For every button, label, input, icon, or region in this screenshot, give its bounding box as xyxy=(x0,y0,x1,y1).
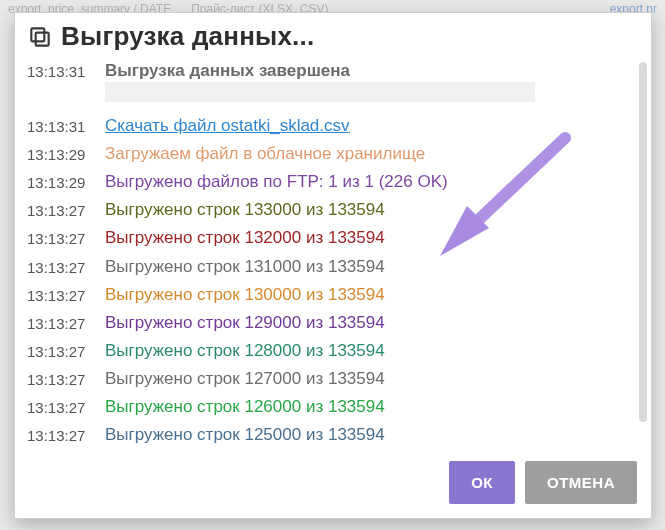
log-row: 13:13:31Скачать файл ostatki_sklad.csv xyxy=(19,112,647,140)
log-row: 13:13:27Выгружено строк 127000 из 133594 xyxy=(19,365,647,393)
log-row: 13:13:27Выгружено строк 132000 из 133594 xyxy=(19,224,647,252)
log-row: 13:13:31Выгрузка данных завершена xyxy=(19,56,647,112)
log-message: Выгружено строк 132000 из 133594 xyxy=(105,227,639,249)
log-row: 13:13:27Выгружено строк 126000 из 133594 xyxy=(19,393,647,421)
dialog-body: 13:13:31Выгрузка данных завершена13:13:3… xyxy=(15,56,651,448)
log-timestamp: 13:13:27 xyxy=(27,396,105,418)
log-row: 13:13:27Выгружено строк 130000 из 133594 xyxy=(19,281,647,309)
log-timestamp: 13:13:31 xyxy=(27,60,105,82)
log-timestamp: 13:13:27 xyxy=(27,312,105,334)
log-timestamp: 13:13:27 xyxy=(27,340,105,362)
log-timestamp: 13:13:29 xyxy=(27,171,105,193)
log-row: 13:13:29Загружаем файл в облачное хранил… xyxy=(19,140,647,168)
log-row: 13:13:27Выгружено строк 131000 из 133594 xyxy=(19,253,647,281)
log-message: Выгружено строк 127000 из 133594 xyxy=(105,368,639,390)
log-message: Выгружено строк 128000 из 133594 xyxy=(105,340,639,362)
log-message: Выгружено строк 133000 из 133594 xyxy=(105,199,639,221)
log-timestamp: 13:13:27 xyxy=(27,284,105,306)
log-row: 13:13:27Выгружено строк 133000 из 133594 xyxy=(19,196,647,224)
log-message: Выгружено файлов по FTP: 1 из 1 (226 OK) xyxy=(105,171,639,193)
log-timestamp: 13:13:27 xyxy=(27,424,105,446)
dialog-header: Выгрузка данных... xyxy=(15,13,651,56)
log-row: 13:13:29Выгружено файлов по FTP: 1 из 1 … xyxy=(19,168,647,196)
progress-placeholder xyxy=(105,82,535,102)
copy-icon xyxy=(25,22,55,52)
dialog-footer: ОК ОТМЕНА xyxy=(15,448,651,518)
svg-rect-1 xyxy=(31,28,44,41)
log-row: 13:13:27Выгружено строк 128000 из 133594 xyxy=(19,337,647,365)
log-message: Выгружено строк 129000 из 133594 xyxy=(105,312,639,334)
log-timestamp: 13:13:27 xyxy=(27,199,105,221)
log-timestamp: 13:13:27 xyxy=(27,227,105,249)
log-timestamp: 13:13:27 xyxy=(27,256,105,278)
log-message: Загружаем файл в облачное хранилище xyxy=(105,143,639,165)
scrollbar[interactable] xyxy=(639,62,647,422)
log-message: Выгрузка данных завершена xyxy=(105,60,639,82)
log-row: 13:13:27Выгружено строк 125000 из 133594 xyxy=(19,421,647,448)
download-link[interactable]: Скачать файл ostatki_sklad.csv xyxy=(105,115,639,137)
svg-rect-0 xyxy=(36,32,49,45)
export-dialog: Выгрузка данных... 13:13:31Выгрузка данн… xyxy=(14,12,652,519)
log-message: Выгружено строк 130000 из 133594 xyxy=(105,284,639,306)
log-message: Выгружено строк 125000 из 133594 xyxy=(105,424,639,446)
log-message: Выгружено строк 131000 из 133594 xyxy=(105,256,639,278)
cancel-button[interactable]: ОТМЕНА xyxy=(525,461,637,504)
log-timestamp: 13:13:31 xyxy=(27,115,105,137)
log-timestamp: 13:13:27 xyxy=(27,368,105,390)
log-list: 13:13:31Выгрузка данных завершена13:13:3… xyxy=(19,56,647,448)
log-message: Выгружено строк 126000 из 133594 xyxy=(105,396,639,418)
dialog-title: Выгрузка данных... xyxy=(61,21,314,52)
log-row: 13:13:27Выгружено строк 129000 из 133594 xyxy=(19,309,647,337)
ok-button[interactable]: ОК xyxy=(449,461,515,504)
log-timestamp: 13:13:29 xyxy=(27,143,105,165)
